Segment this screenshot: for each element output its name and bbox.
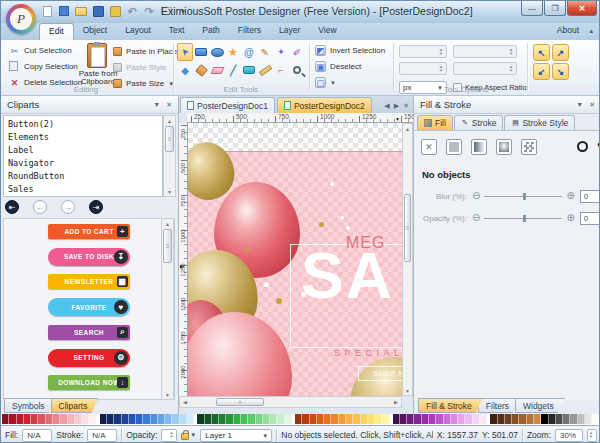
export-icon[interactable]	[58, 5, 70, 17]
scroll-left-icon[interactable]: ◀	[180, 397, 190, 407]
tab-symbols[interactable]: Symbols	[4, 398, 56, 413]
palette-swatch[interactable]	[414, 414, 421, 424]
palette-swatch[interactable]	[31, 414, 38, 424]
lock-button[interactable]: ▼	[181, 431, 196, 440]
rotate-top-left-button[interactable]: ↖	[533, 44, 550, 61]
doc-tab-1[interactable]: PosterDesignDoc1	[180, 97, 275, 113]
palette-swatch[interactable]	[212, 414, 219, 424]
ribbon-minimize-icon[interactable]: ▴	[589, 27, 593, 35]
clipart-button-preview[interactable]: NEWSLETTER▦	[48, 274, 130, 289]
palette-swatch[interactable]	[263, 414, 270, 424]
palette-swatch[interactable]	[107, 414, 114, 424]
clipart-scrollbar[interactable]: ▲ ▼	[161, 218, 174, 400]
last-page-button[interactable]: ⇥	[89, 200, 103, 214]
clipart-item[interactable]: NEWSLETTER▦	[4, 269, 174, 294]
paste-in-place-button[interactable]: Paste in Place	[113, 47, 177, 56]
tab-stroke-style[interactable]: ▤ Stroke Style	[504, 115, 575, 130]
minus-icon[interactable]: ⊖	[472, 191, 480, 201]
palette-swatch[interactable]	[444, 414, 451, 424]
clipart-category-list[interactable]: Button(2)ElementsLabelNavigatorRoundButt…	[3, 115, 163, 197]
paste-from-clipboard-button[interactable]	[87, 43, 107, 68]
palette-swatch[interactable]	[519, 414, 526, 424]
spinner-arrows-icon[interactable]: ▲▼	[507, 63, 515, 74]
magic-wand-tool[interactable]: ✦	[273, 43, 289, 61]
clipart-category[interactable]: RoundButton	[8, 170, 162, 183]
height-spinbox[interactable]: ▲▼	[399, 62, 447, 75]
palette-swatch[interactable]	[17, 414, 24, 424]
palette-swatch[interactable]	[256, 414, 263, 424]
zoom-spinner[interactable]: ▲▼	[587, 429, 597, 442]
palette-swatch[interactable]	[382, 414, 389, 424]
brush-tool[interactable]: ✐	[289, 43, 305, 61]
palette-swatch[interactable]	[534, 414, 541, 424]
palette-swatch[interactable]	[527, 414, 534, 424]
palette-swatch[interactable]	[75, 414, 82, 424]
palette-swatch[interactable]	[24, 414, 31, 424]
tab-cliparts[interactable]: Cliparts	[51, 398, 99, 413]
zoom-tool[interactable]	[289, 61, 305, 79]
clipart-button-preview[interactable]: SETTING⚙	[48, 349, 130, 367]
palette-swatch[interactable]	[158, 414, 165, 424]
invert-selection-button[interactable]: ◩ Invert Selection	[315, 45, 385, 56]
poster-artboard[interactable]: MEG SA SPECIAL SHOP N	[188, 151, 402, 396]
spinner-arrows-icon[interactable]: ▲▼	[507, 46, 515, 57]
palette-swatch[interactable]	[317, 414, 324, 424]
palette-swatch[interactable]	[205, 414, 212, 424]
palette-swatch[interactable]	[310, 414, 317, 424]
canvas-horizontal-scrollbar[interactable]: ◀ ▶	[179, 396, 402, 408]
palette-swatch[interactable]	[46, 414, 53, 424]
palette-swatch[interactable]	[436, 414, 443, 424]
tab-close-icon[interactable]: ✕	[403, 102, 409, 110]
fill-solid-button[interactable]	[446, 139, 462, 155]
app-logo[interactable]	[6, 4, 36, 34]
palette-swatch[interactable]	[285, 414, 292, 424]
monitor-tool[interactable]	[241, 61, 257, 79]
palette-swatch[interactable]	[512, 414, 519, 424]
palette-swatch[interactable]	[578, 414, 585, 424]
save-icon[interactable]	[92, 5, 104, 17]
rotate-bottom-right-button[interactable]: ↘	[552, 63, 569, 80]
selection-mode-button[interactable]: ▢ ▼	[315, 77, 336, 88]
clipart-category[interactable]: Elements	[8, 131, 162, 144]
cut-selection-button[interactable]: ✂ Cut Selection	[9, 45, 72, 56]
fill-bucket-tool[interactable]	[193, 61, 209, 79]
open-folder-icon[interactable]	[75, 5, 87, 17]
palette-swatch[interactable]	[234, 414, 241, 424]
palette-swatch[interactable]	[400, 414, 407, 424]
palette-swatch[interactable]	[361, 414, 368, 424]
new-document-icon[interactable]	[41, 5, 53, 17]
palette-swatch[interactable]	[9, 414, 16, 424]
design-canvas[interactable]: MEG SA SPECIAL SHOP N	[188, 123, 402, 396]
redo-icon[interactable]: ↷	[143, 5, 155, 17]
panel-menu-icon[interactable]: ▼	[576, 101, 583, 109]
palette-swatch[interactable]	[122, 414, 129, 424]
palette-swatch[interactable]	[151, 414, 158, 424]
palette-swatch[interactable]	[302, 414, 309, 424]
ribbon-tab-edit[interactable]: Edit	[39, 23, 74, 40]
category-scrollbar[interactable]: ▲ ▼	[163, 115, 176, 197]
palette-swatch[interactable]	[53, 414, 60, 424]
zoom-value-field[interactable]: 30%	[555, 429, 583, 442]
palette-swatch[interactable]	[465, 414, 472, 424]
palette-swatch[interactable]	[505, 414, 512, 424]
clipart-category[interactable]: Navigator	[8, 157, 162, 170]
palette-swatch[interactable]	[592, 414, 599, 424]
plus-icon[interactable]: ⊕	[566, 213, 574, 223]
tab-fill-stroke[interactable]: Fill & Stroke	[418, 398, 483, 413]
blur-value-field[interactable]: 0▲▼	[580, 190, 600, 203]
fill-swatch[interactable]: N/A	[22, 429, 52, 442]
palette-swatch[interactable]	[129, 414, 136, 424]
palette-swatch[interactable]	[172, 414, 179, 424]
palette-swatch[interactable]	[180, 414, 187, 424]
palette-swatch[interactable]	[143, 414, 150, 424]
panel-close-icon[interactable]: ✕	[166, 101, 172, 109]
palette-swatch[interactable]	[226, 414, 233, 424]
clipart-item[interactable]: DOWNLOAD NOW↓	[4, 370, 174, 395]
slider-thumb[interactable]	[523, 193, 526, 200]
palette-swatch[interactable]	[38, 414, 45, 424]
rotate-bottom-left-button[interactable]: ↙	[533, 63, 550, 80]
palette-swatch[interactable]	[277, 414, 284, 424]
minus-icon[interactable]: ⊖	[472, 213, 480, 223]
clipart-category[interactable]: Label	[8, 144, 162, 157]
palette-swatch[interactable]	[324, 414, 331, 424]
